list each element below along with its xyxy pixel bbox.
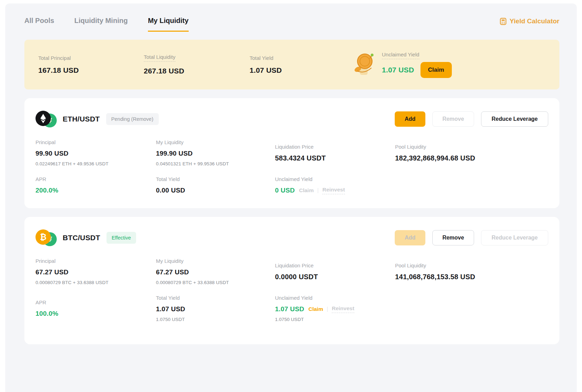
claim-link: Claim: [299, 187, 314, 194]
liquidation-price-stat: Liquidation Price 0.0000 USDT: [275, 262, 395, 281]
yield-calculator-link[interactable]: Yield Calculator: [500, 17, 559, 25]
coin-illustration-icon: [354, 52, 374, 78]
liquidation-price-stat: Liquidation Price 583.4324 USDT: [275, 144, 395, 162]
spacer: [395, 295, 548, 322]
principal-detail: 0.00080729 BTC + 33.6388 USDT: [36, 280, 156, 285]
total-principal-label: Total Principal: [38, 55, 71, 61]
total-liquidity-value: 267.18 USD: [144, 67, 250, 75]
total-liquidity-block: Total Liquidity 267.18 USD: [144, 54, 250, 75]
unclaimed-yield-stat: Unclaimed Yield 0 USD Claim Reinvest: [275, 176, 395, 194]
liquidation-price-value: 0.0000 USDT: [275, 273, 395, 281]
pool-liquidity-value: 182,392,868,994.68 USD: [395, 154, 548, 162]
unclaimed-yield-value: 1.07 USD: [275, 305, 304, 313]
pool-card-btc-usdt: ₮ ₿ BTC/USDT Effective Add Remove Reduce…: [24, 217, 559, 344]
claim-link[interactable]: Claim: [308, 306, 323, 312]
unclaimed-yield-stat: Unclaimed Yield 1.07 USD Claim Reinvest …: [275, 295, 395, 322]
apr-value: 100.0%: [36, 310, 156, 317]
pool-liquidity-value: 141,068,768,153.58 USD: [395, 273, 548, 281]
pair-name: ETH/USDT: [63, 115, 100, 123]
claim-button[interactable]: Claim: [420, 62, 452, 78]
spacer: [395, 176, 548, 194]
total-yield-value: 0.00 USD: [156, 187, 275, 194]
divider: [318, 188, 318, 193]
reinvest-link[interactable]: Reinvest: [332, 305, 354, 313]
my-liquidity-value: 67.27 USD: [156, 268, 275, 276]
apr-stat: APR 100.0%: [36, 299, 156, 317]
unclaimed-yield-value: 1.07 USD: [382, 66, 414, 74]
principal-value: 67.27 USD: [36, 268, 156, 276]
apr-value: 200.0%: [36, 187, 156, 194]
remove-button: Remove: [432, 111, 474, 127]
calculator-icon: [500, 18, 506, 25]
ethereum-icon: [36, 111, 51, 126]
tab-liquidity-mining[interactable]: Liquidity Mining: [74, 17, 128, 32]
total-yield-stat: Total Yield 1.07 USD 1.0750 USDT: [156, 295, 275, 322]
unclaimed-yield-label[interactable]: Unclaimed Yield: [382, 52, 419, 59]
pool-liquidity-stat: Pool Liquidity 182,392,868,994.68 USD: [395, 144, 548, 162]
remove-button[interactable]: Remove: [432, 230, 474, 245]
tab-bar: All Pools Liquidity Mining My Liquidity …: [24, 17, 559, 32]
add-button: Add: [395, 230, 425, 245]
my-liquidity-stat: My Liquidity 67.27 USD 0.00080729 BTC + …: [156, 258, 275, 285]
principal-stat: Principal 67.27 USD 0.00080729 BTC + 33.…: [36, 258, 156, 285]
pool-card-eth-usdt: ₮ ETH/USDT Pending (Remove) Add Remove R…: [24, 98, 559, 208]
divider: [327, 307, 328, 312]
add-button[interactable]: Add: [395, 111, 425, 127]
my-liquidity-value: 199.90 USD: [156, 150, 275, 157]
apr-stat: APR 200.0%: [36, 176, 156, 194]
yield-calculator-label: Yield Calculator: [510, 17, 559, 25]
principal-detail: 0.02249617 ETH + 49.9536 USDT: [36, 161, 156, 166]
liquidation-price-value: 583.4324 USDT: [275, 154, 395, 162]
total-yield-block: Total Yield 1.07 USD: [250, 55, 333, 75]
total-principal-value: 167.18 USD: [38, 66, 144, 75]
total-liquidity-label[interactable]: Total Liquidity: [144, 54, 175, 62]
my-liquidity-stat: My Liquidity 199.90 USD 0.04501321 ETH +…: [156, 139, 275, 166]
unclaimed-yield-detail: 1.0750 USDT: [275, 317, 395, 322]
pair-icon: ₮ ₿: [36, 229, 57, 246]
tab-all-pools[interactable]: All Pools: [24, 17, 54, 32]
principal-stat: Principal 99.90 USD 0.02249617 ETH + 49.…: [36, 139, 156, 166]
bitcoin-icon: ₿: [36, 229, 51, 245]
total-yield-detail: 1.0750 USDT: [156, 317, 275, 322]
status-badge: Pending (Remove): [106, 113, 159, 125]
reduce-leverage-button: Reduce Leverage: [481, 230, 548, 245]
total-yield-label: Total Yield: [250, 55, 273, 61]
reduce-leverage-button[interactable]: Reduce Leverage: [481, 111, 548, 127]
principal-value: 99.90 USD: [36, 150, 156, 157]
reinvest-link[interactable]: Reinvest: [322, 187, 345, 194]
total-principal-block: Total Principal 167.18 USD: [38, 55, 144, 75]
liquidity-panel: All Pools Liquidity Mining My Liquidity …: [5, 3, 577, 392]
total-yield-stat: Total Yield 0.00 USD: [156, 176, 275, 194]
pool-liquidity-stat: Pool Liquidity 141,068,768,153.58 USD: [395, 262, 548, 281]
unclaimed-yield-block: Unclaimed Yield 1.07 USD Claim: [354, 52, 452, 78]
summary-banner: Total Principal 167.18 USD Total Liquidi…: [24, 40, 559, 89]
pair-name: BTC/USDT: [63, 234, 100, 242]
my-liquidity-detail: 0.04501321 ETH + 99.9536 USDT: [156, 161, 275, 166]
tab-my-liquidity[interactable]: My Liquidity: [148, 17, 189, 32]
total-yield-value: 1.07 USD: [250, 66, 333, 75]
my-liquidity-detail: 0.00080729 BTC + 33.6388 USDT: [156, 280, 275, 285]
pair-icon: ₮: [36, 111, 57, 127]
status-badge: Effective: [107, 232, 136, 244]
total-yield-value: 1.07 USD: [156, 305, 275, 313]
unclaimed-yield-value: 0 USD: [275, 187, 295, 194]
